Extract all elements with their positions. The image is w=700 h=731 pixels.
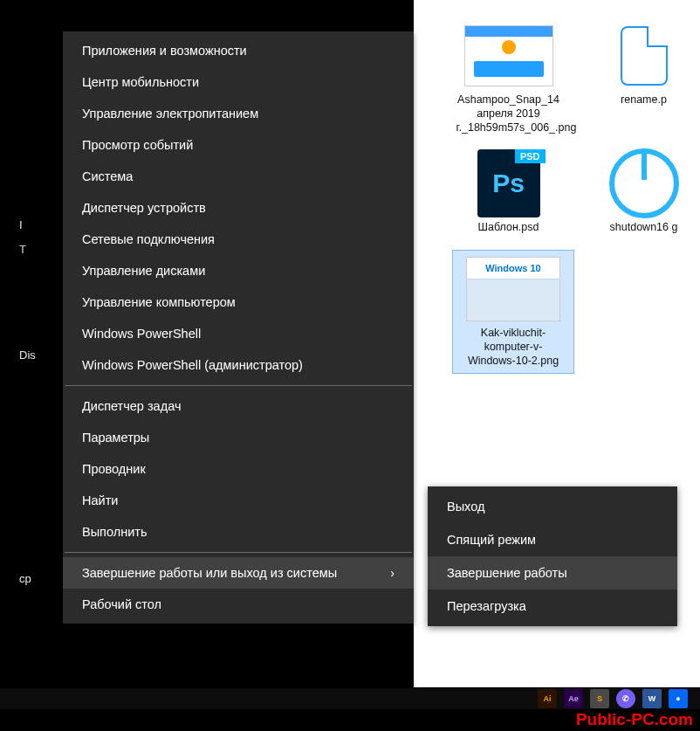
desktop-text: I (19, 218, 23, 231)
menu-item[interactable]: Найти (63, 485, 414, 516)
menu-item[interactable]: Windows PowerShell (администратор) (63, 349, 414, 381)
shutdown-submenu: ВыходСпящий режимЗавершение работыПереза… (428, 486, 677, 626)
menu-item[interactable]: Рабочий стол (63, 589, 414, 620)
taskbar: AiAeS✆W● (0, 688, 700, 709)
watermark: Public-PC.com (576, 710, 693, 729)
submenu-item[interactable]: Спящий режим (428, 523, 677, 556)
menu-item[interactable]: Завершение работы или выход из системы› (63, 557, 414, 589)
menu-separator (65, 552, 412, 553)
thumbnail-icon: PSDPs (462, 150, 556, 217)
menu-item[interactable]: Управление дисками (63, 255, 414, 286)
file-item[interactable]: shutdown16 g (587, 150, 700, 234)
illustrator-icon[interactable]: Ai (538, 689, 557, 708)
winx-context-menu: Приложения и возможностиЦентр мобильност… (63, 31, 414, 624)
submenu-item[interactable]: Перезагрузка (428, 590, 677, 623)
desktop-text: T (19, 243, 26, 256)
file-item[interactable]: PSDPs Шаблон.psd (452, 150, 565, 234)
menu-item[interactable]: Параметры (63, 422, 414, 453)
file-item-selected[interactable]: Windows 10 Kak-vikluchit-komputer-v-Wind… (452, 250, 574, 374)
viber-icon[interactable]: ✆ (616, 689, 635, 708)
menu-item[interactable]: Просмотр событий (63, 129, 414, 161)
aftereffects-icon[interactable]: Ae (564, 689, 583, 708)
menu-item[interactable]: Диспетчер задач (63, 390, 414, 422)
menu-item[interactable]: Проводник (63, 453, 414, 485)
file-item[interactable]: Ashampoo_Snap_14 апреля 2019 г._18h59m57… (452, 23, 565, 134)
desktop-text: ср (19, 572, 31, 585)
thumbnail-icon (597, 23, 691, 89)
menu-item[interactable]: Приложения и возможности (63, 35, 414, 66)
menu-item[interactable]: Центр мобильности (63, 66, 414, 98)
desktop-text: Dis (19, 348, 36, 362)
submenu-item[interactable]: Выход (428, 490, 677, 523)
menu-separator (65, 385, 412, 386)
word-icon[interactable]: W (642, 689, 662, 708)
file-label: Шаблон.psd (478, 220, 539, 234)
lifecam-icon[interactable]: ● (669, 689, 688, 708)
menu-item[interactable]: Выполнить (63, 516, 414, 548)
file-label: rename.p (621, 93, 667, 107)
file-label: shutdown16 g (610, 220, 678, 234)
menu-item[interactable]: Сетевые подключения (63, 224, 414, 255)
thumbnail-icon (462, 23, 556, 89)
menu-item[interactable]: Windows PowerShell (63, 318, 414, 349)
thumbnail-icon: Windows 10 (466, 256, 560, 322)
file-label: Ashampoo_Snap_14 апреля 2019 г._18h59m57… (456, 93, 561, 134)
menu-item[interactable]: Управление компьютером (63, 286, 414, 318)
file-label: Kak-vikluchit-komputer-v-Windows-10-2.pn… (461, 326, 566, 368)
menu-item[interactable]: Управление электропитанием (63, 98, 414, 129)
file-item[interactable]: rename.p (587, 23, 700, 134)
menu-item[interactable]: Диспетчер устройств (63, 192, 414, 224)
menu-item[interactable]: Система (63, 161, 414, 192)
thumbnail-icon (597, 150, 691, 217)
sublime-icon[interactable]: S (590, 689, 609, 708)
chevron-right-icon: › (390, 566, 395, 580)
submenu-item[interactable]: Завершение работы (428, 556, 677, 590)
